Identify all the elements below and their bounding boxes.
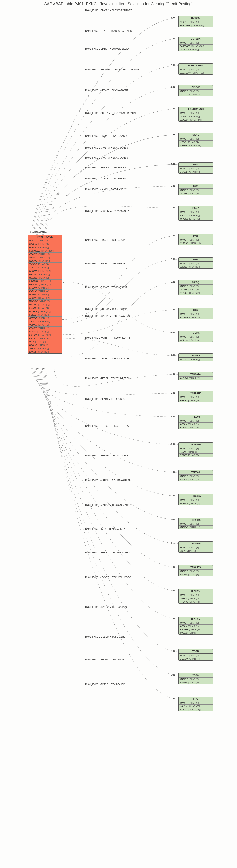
field-name: LAND1 xyxy=(180,288,187,291)
field-type: [CHAR (10)] xyxy=(191,24,204,27)
entity-field: MANDT [CLNT (3)] xyxy=(179,68,213,71)
entity-tgsb: TGSBMANDT [CLNT (3)]GSBER [CHAR (4)] xyxy=(178,649,213,660)
relation-label: R401_FKKCL-IKEY = TFK056A-IKEY xyxy=(85,528,125,530)
field-name: QSSKZ xyxy=(29,344,37,346)
entity-field: TVORG [CHAR (4)] xyxy=(28,262,62,266)
relation-label: R401_FKKCL-GPART = BUT000-PARTNER xyxy=(85,30,132,32)
field-name: VBUND xyxy=(29,323,37,326)
field-name: ZAHLS xyxy=(180,478,187,481)
field-name: BUKRS xyxy=(180,170,188,173)
entity-field: QSSKZ [CHAR (2)] xyxy=(28,343,62,347)
entity-tcurc: TCURCMANDT [CLNT (3)]WAERS [CUKY (5)] xyxy=(178,331,213,342)
field-name: MANDT xyxy=(180,499,188,501)
field-name: CLIENT xyxy=(180,21,188,23)
field-type: [CHAR (15)] xyxy=(187,709,201,711)
field-name: RCOMP xyxy=(180,316,188,318)
field-name: BUKRS xyxy=(180,115,188,118)
field-name: SPART xyxy=(180,681,187,684)
entity-field: ZAHLS [CHAR (1)] xyxy=(179,478,213,481)
entity-field: PYBUK [CHAR (4)] xyxy=(28,289,62,293)
relation-label: R401_FKKCL-SEGMENT = FAGL_SEGM-SEGMENT xyxy=(85,68,142,71)
entity-field: MANDT [CLNT (3)] xyxy=(179,419,213,423)
field-type: [CHAR (1)] xyxy=(187,625,199,627)
field-type: [CHAR (2)] xyxy=(37,344,49,346)
field-type: [CLNT (3)] xyxy=(188,570,200,572)
field-name: LAND1 xyxy=(180,192,187,195)
entity-field: MAHNV [CHAR (2)] xyxy=(179,502,213,505)
field-type: [CHAR (3)] xyxy=(187,192,199,195)
entity-field: IKEY [CHAR (2)] xyxy=(28,340,62,343)
relation-label: R401_FKKCL-MANSP = TFK047S-MANSP xyxy=(85,504,131,506)
relation-label: R401_FKKCL-WAERS = TCURC-WAERS xyxy=(85,315,130,317)
field-type: [CHAR (2)] xyxy=(188,292,200,294)
entity-field: WAERS [CUKY (5)] xyxy=(179,338,213,342)
entity-tfk056a: TFK056AMANDT [CLNT (3)]IKEY [CHAR (2)] xyxy=(178,541,213,553)
relation-label: R401_FKKCL-FDLEV = T036-EBENE xyxy=(85,262,125,265)
entity-header: SKA1 xyxy=(179,133,213,137)
entity-field: RCOMP [CHAR (6)] xyxy=(179,315,213,319)
entity-field: TXJCD [CHAR (15)] xyxy=(179,708,213,711)
field-type: [CLNT (3)] xyxy=(188,336,200,338)
field-name: KALSM xyxy=(180,705,187,708)
field-name: SPART xyxy=(29,267,36,269)
entity-field: LAND1 [CHAR (3)] xyxy=(179,192,213,195)
entity-tfk003: TFK003MANDT [CLNT (3)]APPLK [CHAR (1)]BL… xyxy=(178,415,213,429)
entity-field: WHGRP [NUMC (3)] xyxy=(28,300,62,303)
entity-header: BUT000 xyxy=(179,16,213,20)
entity-header: T036 xyxy=(179,257,213,262)
relation-label: R401_FKKCL-BLART = TFK003-BLART xyxy=(85,398,128,401)
field-type: [CHAR (2)] xyxy=(185,550,197,552)
entity-field: LAND [CHAR (3)] xyxy=(179,450,213,454)
entity-t005: T005MANDT [CLNT (3)]LAND1 [CHAR (3)] xyxy=(178,184,213,195)
entity-fagl_segm: FAGL_SEGMMANDT [CLNT (3)]SEGMENT [CHAR (… xyxy=(178,63,213,74)
entity-field: KONTT [CHAR (2)] xyxy=(28,327,62,330)
cardinality-target: 0..N xyxy=(171,698,175,700)
field-type: [CHAR (10)] xyxy=(38,334,51,336)
field-type: [CHAR (4)] xyxy=(188,399,199,402)
entity-field: MANDT [CLNT (3)] xyxy=(179,621,213,624)
field-type: [CLNT (3)] xyxy=(188,702,200,704)
field-name: MAHNV xyxy=(29,304,37,306)
field-name: MANDT xyxy=(180,678,188,680)
entity-field: VBUND [CHAR (6)] xyxy=(28,323,62,327)
entity-t001: T001MANDT [CLNT (3)]BUKRS [CHAR (4)] xyxy=(178,162,213,174)
entity-field: VKONT [CHAR (12)] xyxy=(28,256,62,259)
entity-field: MANDT [CLNT (3)] xyxy=(179,238,213,241)
entity-field: BLART [CHAR (2)] xyxy=(28,330,62,333)
field-name: MANDT xyxy=(180,702,188,704)
field-type: [CHAR (2)] xyxy=(38,273,50,276)
entity-field: HVORG [CHAR (4)] xyxy=(28,259,62,262)
field-name: MANDT xyxy=(180,137,188,140)
field-type: [CHAR (4)] xyxy=(187,48,199,51)
relation-label: R401_FKKCL-KONTT = TFK000K-KONTT xyxy=(85,337,130,339)
entity-field: AUGRD [CHAR (2)] xyxy=(179,376,213,380)
entity-field: MANDT [CLNT (3)] xyxy=(179,395,213,399)
field-type: [CLNT (3)] xyxy=(188,239,200,241)
entity-field: BUKRS [CHAR (4)] xyxy=(28,239,62,242)
field-type: [CHAR (10)] xyxy=(191,72,205,74)
field-name: MWVKO xyxy=(29,283,38,286)
entity-field: MANDT [CLNT (3)] xyxy=(179,167,213,170)
field-name: MANDT xyxy=(180,112,188,114)
field-name: PARTNER xyxy=(180,24,190,27)
entity-field: MANDT [CLNT (3)] xyxy=(179,262,213,265)
entity-ska1: SKA1MANDT [CLNT (3)]KTOPL [CHAR (4)]SAKN… xyxy=(178,133,213,147)
cardinality-target: 1..N xyxy=(171,17,175,19)
entity-field: EMBVT [CHAR (4)] xyxy=(28,337,62,340)
entity-field: TXJCD [CHAR (15)] xyxy=(28,320,62,323)
field-name: MANDT xyxy=(180,167,188,169)
field-type: [CHAR (10)] xyxy=(37,270,51,272)
field-type: [CLNT (3)] xyxy=(188,189,200,191)
entity-header: J_1BBRANCH xyxy=(179,107,213,111)
entity-field: MANDT [CLNT (3)] xyxy=(179,210,213,214)
cardinality-target: 0..N xyxy=(171,133,175,135)
entity-main-header: R401_FKKCL xyxy=(28,235,62,239)
entity-field: MWSKO [CHAR (10)] xyxy=(28,279,62,283)
field-type: [CHAR (10)] xyxy=(37,253,50,255)
cardinality-target: 1..N xyxy=(171,331,175,334)
entity-field: MWSKZ [CHAR (2)] xyxy=(179,217,213,220)
field-type: [CHAR (4)] xyxy=(188,628,200,631)
relation-label: R401_FKKCL-MWSKZ = T007A-MWSKZ xyxy=(85,210,129,213)
field-name: PERSL xyxy=(29,293,37,296)
field-name: WAERS xyxy=(29,277,37,279)
